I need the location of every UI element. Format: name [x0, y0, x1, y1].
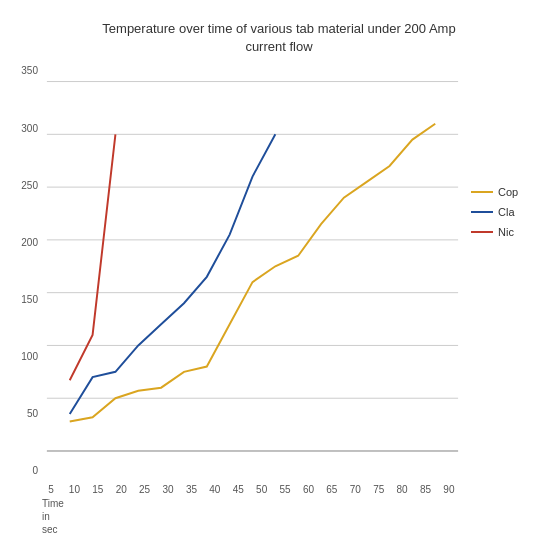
y-label: 100 — [10, 352, 42, 362]
x-label: 20 — [112, 484, 130, 495]
y-label: 250 — [10, 181, 42, 191]
legend-item: Nic — [471, 226, 548, 238]
x-label: 75 — [370, 484, 388, 495]
chart-line — [70, 124, 436, 422]
x-label: 60 — [299, 484, 317, 495]
x-label: 90 — [440, 484, 458, 495]
legend-label-text: Nic — [498, 226, 514, 238]
y-label: 350 — [10, 66, 42, 76]
x-label: 25 — [136, 484, 154, 495]
x-label: 30 — [159, 484, 177, 495]
legend-color-line — [471, 191, 493, 193]
y-label: 50 — [10, 409, 42, 419]
y-label: 150 — [10, 295, 42, 305]
legend: CopClaNic — [463, 66, 548, 480]
x-axis-text-time: Time — [42, 498, 64, 509]
x-label: 5 — [42, 484, 60, 495]
x-label: 70 — [346, 484, 364, 495]
x-axis-area: 51015202530354045505560657075808590 Time… — [42, 480, 458, 536]
x-axis-label: Time in sec — [42, 497, 458, 536]
x-label: 35 — [182, 484, 200, 495]
plot-wrapper — [42, 66, 463, 480]
y-label: 200 — [10, 238, 42, 248]
chart-title-line1: Temperature over time of various tab mat… — [102, 21, 455, 36]
x-label: 80 — [393, 484, 411, 495]
chart-line — [70, 135, 116, 381]
y-label: 0 — [10, 466, 42, 476]
chart-title-line2: current flow — [245, 39, 312, 54]
x-axis-text-in: in — [42, 511, 50, 522]
x-label: 10 — [65, 484, 83, 495]
legend-color-line — [471, 211, 493, 213]
x-label: 15 — [89, 484, 107, 495]
y-label: 300 — [10, 124, 42, 134]
plot-and-legend: CopClaNic — [42, 66, 548, 480]
chart-area: 050100150200250300350 CopClaNic — [10, 66, 548, 480]
legend-item: Cop — [471, 186, 548, 198]
x-label: 45 — [229, 484, 247, 495]
legend-label-text: Cla — [498, 206, 515, 218]
chart-line — [70, 135, 276, 415]
x-axis-text-sec: sec — [42, 524, 58, 535]
x-label: 85 — [417, 484, 435, 495]
chart-svg — [42, 66, 463, 476]
chart-title: Temperature over time of various tab mat… — [10, 20, 548, 56]
y-axis-labels: 050100150200250300350 — [10, 66, 42, 476]
x-labels-row: 51015202530354045505560657075808590 — [42, 480, 458, 495]
legend-color-line — [471, 231, 493, 233]
x-label: 40 — [206, 484, 224, 495]
x-label: 55 — [276, 484, 294, 495]
x-label: 65 — [323, 484, 341, 495]
x-label: 50 — [253, 484, 271, 495]
legend-label-text: Cop — [498, 186, 518, 198]
chart-container: Temperature over time of various tab mat… — [0, 0, 558, 558]
legend-item: Cla — [471, 206, 548, 218]
